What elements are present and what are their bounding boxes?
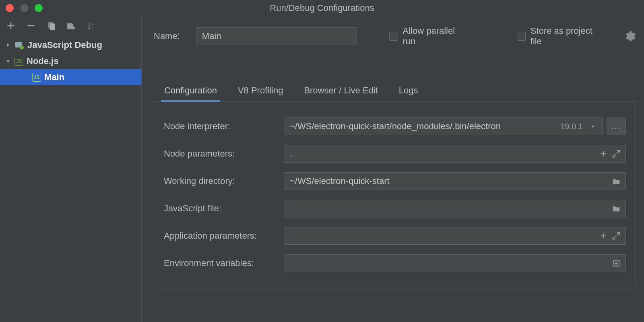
folder-icon[interactable] <box>612 204 621 213</box>
window-title: Run/Debug Configurations <box>0 3 644 13</box>
nodejs-icon: JS <box>32 73 41 82</box>
svg-text:a: a <box>92 21 94 26</box>
field-label: Node interpreter: <box>164 121 285 132</box>
field-label: Application parameters: <box>164 231 285 241</box>
list-icon[interactable] <box>612 259 621 268</box>
tree-item-nodejs[interactable]: JS Node.js <box>0 53 141 69</box>
row-javascript-file: JavaScript file: <box>164 195 626 222</box>
application-parameters-input[interactable] <box>285 227 626 245</box>
project-file-settings-button[interactable] <box>625 31 636 41</box>
field-label: Working directory: <box>164 176 285 186</box>
expand-icon[interactable] <box>612 149 621 158</box>
checkbox-label: Allow parallel run <box>403 26 470 47</box>
tree-item-javascript-debug[interactable]: JavaScript Debug <box>0 37 141 53</box>
field-value: ~/WS/electron-quick-start/node_modules/.… <box>290 121 560 132</box>
field-label: Environment variables: <box>164 258 285 268</box>
remove-config-button[interactable] <box>26 21 36 31</box>
add-icon[interactable] <box>599 231 608 240</box>
row-environment-variables: Environment variables: <box>164 250 626 277</box>
tab-browser-live-edit[interactable]: Browser / Live Edit <box>303 80 378 101</box>
tabs: Configuration V8 Profiling Browser / Liv… <box>154 56 636 102</box>
row-node-interpreter: Node interpreter: ~/WS/electron-quick-st… <box>164 113 626 140</box>
dropdown-icon <box>588 122 597 131</box>
checkbox-label: Store as project file <box>530 26 606 47</box>
svg-point-8 <box>20 45 24 50</box>
name-label: Name: <box>154 31 180 41</box>
field-value: ~/WS/electron-quick-start <box>290 176 612 186</box>
copy-config-button[interactable] <box>46 21 56 31</box>
tree-item-label: JavaScript Debug <box>27 40 102 50</box>
main-panel: Name: Main Allow parallel run Store as p… <box>142 16 644 322</box>
form-panel: Node interpreter: ~/WS/electron-quick-st… <box>154 102 636 289</box>
row-working-directory: Working directory: ~/WS/electron-quick-s… <box>164 167 626 195</box>
field-label: JavaScript file: <box>164 203 285 214</box>
field-value: . <box>290 149 599 159</box>
environment-variables-input[interactable] <box>285 254 626 272</box>
store-as-project-file-checkbox[interactable]: Store as project file <box>517 26 606 47</box>
tree-item-main[interactable]: JS Main <box>0 69 141 85</box>
chevron-down-icon <box>5 58 11 64</box>
allow-parallel-run-checkbox[interactable]: Allow parallel run <box>389 26 470 47</box>
folder-icon[interactable] <box>612 177 621 186</box>
javascript-file-input[interactable] <box>285 200 626 217</box>
js-debug-icon <box>14 41 24 50</box>
sidebar: az JavaScript Debug JS Node.js <box>0 16 142 322</box>
tab-v8-profiling[interactable]: V8 Profiling <box>237 80 284 101</box>
add-icon[interactable] <box>599 149 608 158</box>
tab-logs[interactable]: Logs <box>398 80 419 101</box>
tree-item-label: Main <box>44 72 64 83</box>
checkbox-icon <box>389 32 398 41</box>
row-node-parameters: Node parameters: . <box>164 140 626 167</box>
nodejs-icon: JS <box>14 57 23 66</box>
name-input[interactable]: Main <box>196 27 357 45</box>
config-tree: JavaScript Debug JS Node.js JS Main <box>0 35 141 85</box>
checkbox-icon <box>517 32 526 41</box>
svg-rect-4 <box>50 24 55 30</box>
chevron-right-icon <box>5 42 11 48</box>
browse-interpreter-button[interactable]: ... <box>607 118 626 135</box>
expand-icon[interactable] <box>612 231 621 240</box>
row-application-parameters: Application parameters: <box>164 222 626 250</box>
svg-text:z: z <box>92 26 94 30</box>
node-interpreter-select[interactable]: ~/WS/electron-quick-start/node_modules/.… <box>285 118 603 135</box>
node-parameters-input[interactable]: . <box>285 145 626 163</box>
sort-config-button: az <box>86 21 97 31</box>
save-config-button[interactable] <box>66 21 76 31</box>
working-directory-input[interactable]: ~/WS/electron-quick-start <box>285 172 626 190</box>
name-value: Main <box>202 31 221 41</box>
field-label: Node parameters: <box>164 149 285 159</box>
interpreter-version: 19.0.1 <box>560 122 584 131</box>
tree-item-label: Node.js <box>27 56 58 66</box>
tab-configuration[interactable]: Configuration <box>163 80 218 101</box>
add-config-button[interactable] <box>6 21 16 31</box>
